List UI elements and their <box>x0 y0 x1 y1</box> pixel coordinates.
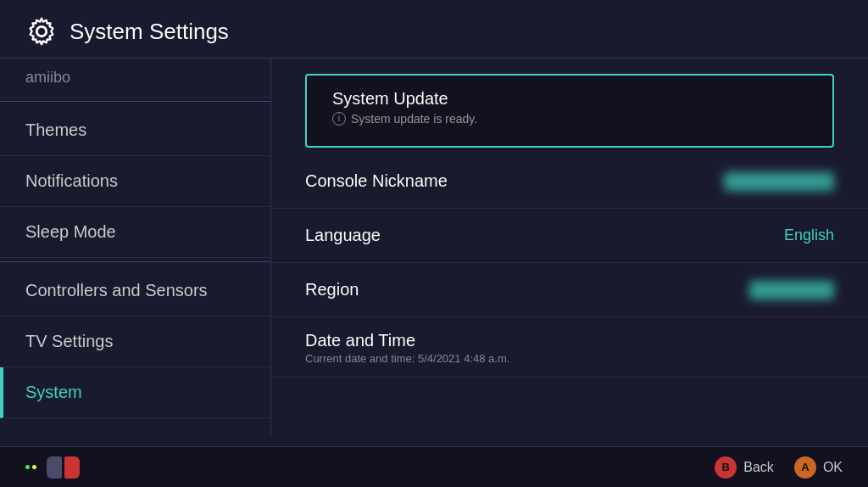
system-update-info: i System update is ready. <box>332 109 477 132</box>
joycon-icon <box>47 456 80 479</box>
dot-green <box>25 465 30 469</box>
sidebar-item-amiibo[interactable]: amiibo <box>0 59 270 98</box>
ok-button[interactable]: A OK <box>794 456 843 479</box>
sidebar-item-notifications[interactable]: Notifications <box>0 156 270 207</box>
system-update-sub-text: System update is ready. <box>351 112 477 126</box>
sidebar-divider-1 <box>0 101 270 102</box>
dot-yellow <box>32 465 36 469</box>
gear-icon <box>25 15 58 48</box>
sidebar-item-system[interactable]: System <box>0 367 270 418</box>
sidebar-item-controllers-sensors[interactable]: Controllers and Sensors <box>0 266 270 316</box>
sidebar-item-tv-settings[interactable]: TV Settings <box>0 316 270 367</box>
content-item-console-nickname[interactable]: Console Nickname <box>271 154 868 209</box>
svg-point-0 <box>36 26 46 36</box>
footer: B Back A OK <box>0 446 868 487</box>
console-nickname-label: Console Nickname <box>305 171 448 191</box>
language-label: Language <box>305 226 381 245</box>
console-nickname-value <box>724 172 834 191</box>
joycon-right <box>64 456 80 479</box>
joycon-left <box>47 456 62 479</box>
region-value <box>749 281 834 299</box>
a-button-circle: A <box>794 456 816 479</box>
system-update-label: System Update <box>332 89 477 109</box>
region-label: Region <box>305 280 359 299</box>
system-update-row: System Update i System update is ready. <box>332 89 477 132</box>
content-item-language[interactable]: Language English <box>271 209 868 263</box>
footer-left <box>25 456 80 479</box>
ok-label: OK <box>823 460 843 475</box>
sidebar-divider-2 <box>0 261 270 262</box>
footer-right: B Back A OK <box>715 456 843 479</box>
info-icon: i <box>332 112 346 126</box>
sidebar-item-sleep-mode[interactable]: Sleep Mode <box>0 207 270 258</box>
dots-indicator <box>25 465 36 469</box>
header: System Settings <box>0 0 868 59</box>
content-item-region[interactable]: Region <box>271 263 868 317</box>
date-time-label: Date and Time <box>305 331 834 350</box>
b-button-circle: B <box>715 456 737 479</box>
language-value: English <box>784 227 834 244</box>
date-time-sub-text: Current date and time: 5/4/2021 4:48 a.m… <box>305 350 834 370</box>
content-item-date-time[interactable]: Date and Time Current date and time: 5/4… <box>271 317 868 378</box>
page-title: System Settings <box>70 19 229 45</box>
back-button[interactable]: B Back <box>715 456 774 479</box>
main-layout: amiibo Themes Notifications Sleep Mode C… <box>0 59 868 437</box>
content-panel: System Update i System update is ready. … <box>271 59 868 437</box>
sidebar-item-themes[interactable]: Themes <box>0 105 270 156</box>
system-update-wrapper: System Update i System update is ready. <box>271 59 868 148</box>
sidebar: amiibo Themes Notifications Sleep Mode C… <box>0 59 271 437</box>
content-item-system-update[interactable]: System Update i System update is ready. <box>305 74 834 148</box>
back-label: Back <box>743 460 774 475</box>
